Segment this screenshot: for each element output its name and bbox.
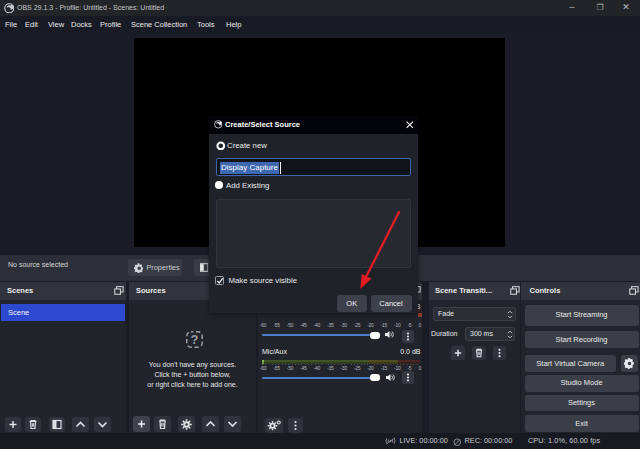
svg-text:?: ? [191,332,199,347]
